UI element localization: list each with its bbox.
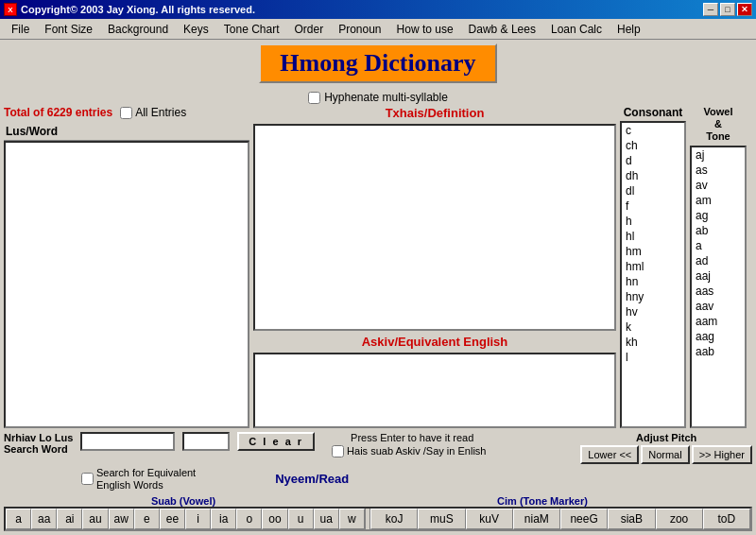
title-section: Hmong Dictionary bbox=[4, 43, 752, 87]
consonant-item[interactable]: d bbox=[622, 153, 684, 168]
suab-key-btn[interactable]: oo bbox=[262, 509, 287, 529]
press-enter-text: Press Enter to have it read bbox=[351, 432, 486, 443]
vowel-item[interactable]: aaj bbox=[692, 268, 745, 284]
consonant-item[interactable]: dl bbox=[622, 183, 684, 198]
consonant-item[interactable]: c bbox=[622, 123, 684, 138]
vowel-item[interactable]: a bbox=[692, 238, 745, 253]
cim-key-btn[interactable]: zoo bbox=[656, 509, 703, 529]
vowel-item[interactable]: aam bbox=[692, 314, 745, 329]
vowel-item[interactable]: ag bbox=[692, 208, 745, 223]
adjust-pitch-label: Adjust Pitch bbox=[636, 432, 696, 443]
suab-key-btn[interactable]: w bbox=[339, 509, 365, 529]
suab-key-btn[interactable]: i bbox=[185, 509, 211, 529]
close-button[interactable]: ✕ bbox=[737, 3, 752, 16]
vowel-item[interactable]: av bbox=[692, 178, 745, 193]
menu-loan-calc[interactable]: Loan Calc bbox=[543, 21, 610, 38]
consonant-item[interactable]: hn bbox=[622, 274, 684, 289]
vowel-item[interactable]: as bbox=[692, 163, 745, 178]
hais-check[interactable]: Hais suab Askiv /Say in Enlish bbox=[332, 445, 486, 457]
app-icon: X bbox=[4, 3, 17, 16]
search-equiv-checkbox[interactable] bbox=[81, 473, 94, 485]
consonant-list[interactable]: cchddhdlfhhlhmhmlhnhnyhvkkhl bbox=[620, 121, 686, 428]
menu-how-to-use[interactable]: How to use bbox=[389, 21, 461, 38]
consonant-item[interactable]: hv bbox=[622, 304, 684, 319]
suab-key-btn[interactable]: aa bbox=[31, 509, 57, 529]
search-equiv-check[interactable]: Search for Equivalent English Words bbox=[81, 467, 196, 492]
cim-key-btn[interactable]: muS bbox=[418, 509, 465, 529]
menu-help[interactable]: Help bbox=[610, 21, 648, 38]
minimize-button[interactable]: ─ bbox=[703, 3, 718, 16]
lower-button[interactable]: Lower << bbox=[580, 445, 639, 464]
cim-key-btn[interactable]: kuV bbox=[466, 509, 513, 529]
consonant-item[interactable]: l bbox=[622, 350, 684, 365]
search-input-2[interactable] bbox=[182, 432, 230, 451]
consonant-item[interactable]: hm bbox=[622, 244, 684, 259]
higher-button[interactable]: >> Higher bbox=[692, 445, 752, 464]
menu-keys[interactable]: Keys bbox=[176, 21, 216, 38]
suab-key-btn[interactable]: u bbox=[288, 509, 314, 529]
consonant-item[interactable]: hl bbox=[622, 229, 684, 244]
equivalent-box[interactable] bbox=[253, 353, 616, 428]
hyphenate-label[interactable]: Hyphenate multi-syllable bbox=[308, 91, 448, 104]
consonant-item[interactable]: hny bbox=[622, 289, 684, 304]
cim-key-btn[interactable]: toD bbox=[703, 509, 750, 529]
menu-pronoun[interactable]: Pronoun bbox=[331, 21, 388, 38]
vowel-item[interactable]: aab bbox=[692, 344, 745, 359]
word-list-box[interactable] bbox=[4, 141, 249, 428]
consonant-item[interactable]: dh bbox=[622, 168, 684, 183]
suab-label: Suab (Vowel) bbox=[4, 495, 363, 507]
consonant-section: Consonant cchddhdlfhhlhmhmlhnhnyhvkkhl bbox=[620, 106, 686, 428]
title-bar-buttons: ─ □ ✕ bbox=[703, 3, 752, 16]
vowel-item[interactable]: aag bbox=[692, 329, 745, 344]
all-entries-checkbox[interactable] bbox=[120, 107, 132, 119]
equivalent-label: Askiv/Equivalent English bbox=[253, 335, 616, 349]
consonant-item[interactable]: ch bbox=[622, 138, 684, 153]
vowel-list[interactable]: ajasavamagabaadaajaasaavaamaagaab bbox=[690, 146, 747, 428]
menu-order[interactable]: Order bbox=[286, 21, 331, 38]
hais-checkbox[interactable] bbox=[332, 445, 344, 457]
menu-font-size[interactable]: Font Size bbox=[37, 21, 100, 38]
consonant-item[interactable]: k bbox=[622, 319, 684, 335]
cim-key-btn[interactable]: siaB bbox=[608, 509, 655, 529]
suab-key-btn[interactable]: ia bbox=[211, 509, 236, 529]
vowel-item[interactable]: ab bbox=[692, 223, 745, 238]
menu-file[interactable]: File bbox=[4, 21, 37, 38]
consonant-item[interactable]: kh bbox=[622, 335, 684, 350]
definition-box[interactable] bbox=[253, 124, 616, 331]
vowel-item[interactable]: aas bbox=[692, 284, 745, 299]
vowel-item[interactable]: aj bbox=[692, 147, 745, 163]
vowel-header: Vowel&Tone bbox=[690, 106, 747, 144]
cim-key-btn[interactable]: neeG bbox=[560, 509, 608, 529]
suab-key-btn[interactable]: ai bbox=[57, 509, 82, 529]
suab-keys: aaaaiauaweeeiiaooouuaw bbox=[6, 509, 365, 529]
suab-key-btn[interactable]: aw bbox=[109, 509, 134, 529]
suab-key-btn[interactable]: ua bbox=[314, 509, 339, 529]
body-section: Total of 6229 entries All Entries Lus/Wo… bbox=[4, 106, 752, 428]
all-entries-check[interactable]: All Entries bbox=[120, 106, 186, 119]
suab-key-btn[interactable]: au bbox=[82, 509, 108, 529]
menu-tone-chart[interactable]: Tone Chart bbox=[216, 21, 287, 38]
search-label-line1: Nrhiav Lo Lus bbox=[4, 432, 73, 443]
cim-key-btn[interactable]: koJ bbox=[370, 509, 418, 529]
vowel-item[interactable]: am bbox=[692, 193, 745, 208]
suab-key-btn[interactable]: a bbox=[6, 509, 31, 529]
suab-key-btn[interactable]: o bbox=[236, 509, 262, 529]
suab-key-btn[interactable]: ee bbox=[160, 509, 185, 529]
normal-button[interactable]: Normal bbox=[641, 445, 689, 464]
keyboard-row: aaaaiauaweeeiiaooouuaw koJmuSkuVniaMneeG… bbox=[4, 507, 752, 531]
vowel-item[interactable]: ad bbox=[692, 253, 745, 268]
cim-key-btn[interactable]: niaM bbox=[513, 509, 560, 529]
maximize-button[interactable]: □ bbox=[720, 3, 735, 16]
consonant-item[interactable]: h bbox=[622, 214, 684, 229]
suab-key-btn[interactable]: e bbox=[134, 509, 160, 529]
vowel-item[interactable]: aav bbox=[692, 299, 745, 314]
press-enter-section: Press Enter to have it read Hais suab As… bbox=[332, 432, 486, 457]
menu-background[interactable]: Background bbox=[100, 21, 176, 38]
clear-button[interactable]: C l e a r bbox=[237, 432, 315, 451]
consonant-item[interactable]: f bbox=[622, 198, 684, 214]
search-input[interactable] bbox=[80, 432, 175, 451]
main-content: Hmong Dictionary Hyphenate multi-syllabl… bbox=[0, 40, 756, 535]
menu-dawb-lees[interactable]: Dawb & Lees bbox=[461, 21, 543, 38]
hyphenate-checkbox[interactable] bbox=[308, 92, 320, 104]
consonant-item[interactable]: hml bbox=[622, 259, 684, 274]
